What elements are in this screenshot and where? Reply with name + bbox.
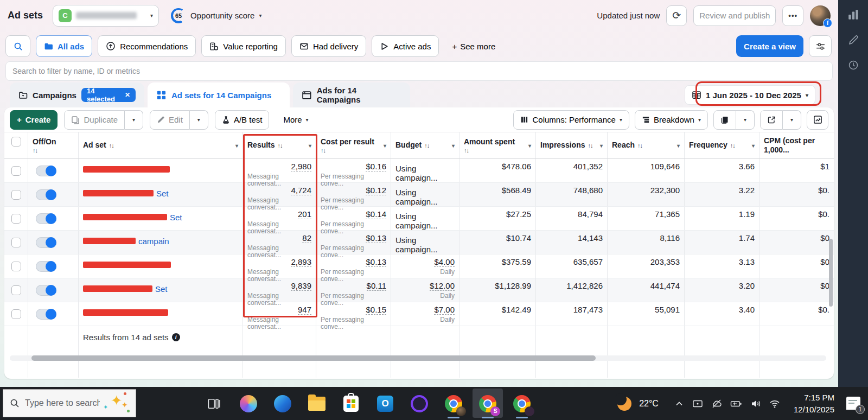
notification-center-button[interactable]: 1: [846, 397, 863, 411]
column-header-cost-per-result[interactable]: Cost per result↑↓ ▾: [316, 132, 391, 158]
copilot-app-icon[interactable]: [239, 394, 258, 413]
chevron-down-icon[interactable]: ▾: [381, 143, 386, 149]
row-checkbox[interactable]: [11, 238, 21, 247]
clear-selection-icon[interactable]: ✕: [125, 91, 130, 99]
export-button[interactable]: [760, 110, 783, 130]
battery-charging-icon[interactable]: [730, 398, 743, 409]
filter-recommendations[interactable]: Recommendations: [98, 35, 196, 57]
wifi-icon[interactable]: [769, 398, 781, 409]
column-header-cpm[interactable]: CPM (cost per 1,000...: [760, 132, 834, 158]
temperature[interactable]: 22°C: [639, 399, 659, 409]
row-toggle[interactable]: [36, 285, 56, 296]
search-chip-button[interactable]: [5, 35, 30, 57]
select-all-checkbox[interactable]: [11, 137, 21, 147]
screen-cast-icon[interactable]: [692, 398, 704, 409]
edge-app-icon[interactable]: [273, 394, 292, 413]
row-checkbox[interactable]: [11, 190, 21, 200]
chevron-down-icon[interactable]: ▾: [598, 143, 603, 149]
view-settings-button[interactable]: [809, 35, 832, 57]
ab-test-button[interactable]: A/B test: [215, 110, 270, 130]
row-toggle[interactable]: [36, 189, 56, 200]
ad-set-name-link[interactable]: Set: [156, 189, 169, 198]
view-charts-button[interactable]: [807, 110, 828, 130]
chrome-profile-2-icon[interactable]: S: [478, 394, 497, 413]
row-checkbox[interactable]: [11, 285, 21, 295]
column-header-frequency[interactable]: Frequency↑↓ ▾: [685, 132, 760, 158]
insights-chart-icon[interactable]: [847, 9, 859, 21]
filter-active-ads[interactable]: Active ads: [372, 35, 439, 57]
more-options-button[interactable]: •••: [782, 5, 803, 26]
create-button[interactable]: + Create: [10, 110, 58, 130]
row-checkbox[interactable]: [11, 214, 21, 224]
filter-had-delivery[interactable]: Had delivery: [291, 35, 366, 57]
column-header-budget[interactable]: Budget↑↓ ▾: [391, 132, 459, 158]
history-clock-icon[interactable]: [848, 60, 859, 71]
refresh-button[interactable]: ⟳: [666, 5, 687, 26]
row-checkbox[interactable]: [11, 309, 21, 319]
column-header-results[interactable]: Results↑↓ ▾: [243, 132, 316, 158]
see-more-button[interactable]: + See more: [444, 35, 503, 57]
table-row[interactable]: Set 9,839Messaging conversat... $0.11Per…: [4, 278, 834, 302]
chrome-profile-1-icon[interactable]: [444, 394, 463, 413]
edit-dropdown[interactable]: ▾: [190, 110, 208, 130]
chrome-profile-3-icon[interactable]: [513, 394, 531, 413]
chevron-down-icon[interactable]: ▾: [233, 143, 238, 149]
microsoft-store-app-icon[interactable]: [342, 394, 360, 413]
table-row[interactable]: Set 201Messaging conversat... $0.14Per m…: [4, 207, 834, 231]
opportunity-score[interactable]: 65 Opportunity score ▾: [171, 8, 261, 23]
column-header-ad-set[interactable]: Ad set↑↓ ▾: [79, 132, 243, 158]
search-filter-input[interactable]: [5, 61, 833, 81]
more-button[interactable]: More ▾: [277, 110, 315, 130]
onedrive-paused-icon[interactable]: [711, 398, 723, 409]
row-checkbox[interactable]: [11, 166, 21, 176]
edit-pencil-icon[interactable]: [848, 35, 859, 46]
outlook-app-icon[interactable]: O: [376, 394, 394, 413]
ad-set-name-link[interactable]: Set: [170, 213, 182, 222]
export-dropdown[interactable]: ▾: [783, 110, 801, 130]
chevron-down-icon[interactable]: ▾: [750, 143, 755, 149]
chevron-down-icon[interactable]: ▾: [450, 143, 455, 149]
filter-all-ads[interactable]: All ads: [36, 35, 92, 57]
column-header-reach[interactable]: Reach↑↓ ▾: [608, 132, 685, 158]
user-avatar[interactable]: f: [810, 5, 831, 26]
horizontal-scrollbar[interactable]: [10, 355, 826, 361]
column-header-amount-spent[interactable]: Amount spent↑↓ ▾: [459, 132, 536, 158]
row-toggle[interactable]: [36, 261, 56, 272]
reports-dropdown[interactable]: ▾: [736, 110, 755, 130]
campaigns-selected-badge[interactable]: 14 selected ✕: [81, 88, 136, 102]
table-row[interactable]: 2,980Messaging conversat... $0.16Per mes…: [4, 159, 834, 183]
column-header-impressions[interactable]: Impressions↑↓ ▾: [536, 132, 608, 158]
chevron-down-icon[interactable]: ▾: [307, 143, 311, 149]
duplicate-button[interactable]: Duplicate: [64, 110, 125, 130]
horizontal-scrollbar-thumb[interactable]: [31, 355, 596, 361]
info-icon[interactable]: i: [172, 333, 180, 341]
windows-search-box[interactable]: ✦ ✦ ✦: [3, 389, 136, 417]
chevron-up-icon[interactable]: [674, 398, 685, 409]
chevron-down-icon[interactable]: ▾: [526, 143, 531, 149]
columns-button[interactable]: Columns: Performance ▾: [513, 110, 629, 130]
tab-ads[interactable]: Ads for 14 Campaigns: [293, 82, 410, 107]
date-range-picker[interactable]: 1 Jun 2025 - 10 Dec 2025 ▾: [685, 85, 815, 105]
row-checkbox[interactable]: [11, 262, 21, 271]
tab-campaigns[interactable]: Campaigns 14 selected ✕: [10, 82, 144, 107]
table-row[interactable]: Set 4,724Messaging conversat... $0.12Per…: [4, 183, 834, 207]
create-a-view-button[interactable]: Create a view: [736, 35, 803, 57]
ad-set-name-link[interactable]: campain: [138, 237, 169, 246]
table-row[interactable]: 947Messaging conversat... $0.15Per messa…: [4, 302, 834, 326]
row-toggle[interactable]: [36, 309, 56, 320]
task-view-button[interactable]: [205, 394, 224, 413]
vertical-scrollbar-thumb[interactable]: [829, 239, 833, 307]
duplicate-dropdown[interactable]: ▾: [125, 110, 143, 130]
account-selector[interactable]: C ▾: [53, 5, 159, 27]
table-row[interactable]: 2,893Messaging conversat... $0.13Per mes…: [4, 254, 834, 278]
reports-button[interactable]: [713, 110, 736, 130]
row-toggle[interactable]: [36, 237, 56, 248]
windows-search-input[interactable]: [25, 398, 100, 408]
review-and-publish-button[interactable]: Review and publish: [693, 5, 776, 26]
taskbar-clock[interactable]: 7:15 PM 12/10/2025: [794, 392, 834, 416]
edit-button[interactable]: Edit: [150, 110, 190, 130]
filter-value-reporting[interactable]: Value reporting: [201, 35, 286, 57]
table-row[interactable]: campain 82Messaging conversat... $0.13Pe…: [4, 231, 834, 254]
column-header-off-on[interactable]: Off/On↑↓: [28, 132, 79, 158]
breakdown-button[interactable]: Breakdown ▾: [635, 110, 708, 130]
